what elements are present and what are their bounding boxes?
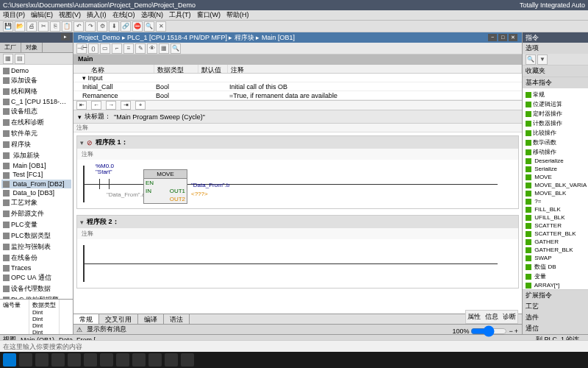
et-zoom-icon[interactable]: 🔍 <box>171 43 181 54</box>
tree-item[interactable]: PLC数据类型 <box>1 230 71 241</box>
rung-1[interactable]: %M0.0 "Start" "Data_From".a MOVE EN INOU… <box>83 166 512 202</box>
menu-project[interactable]: 项目(P) <box>3 10 25 20</box>
tia-icon[interactable] <box>132 353 146 367</box>
instruction-item[interactable]: GATHER <box>524 238 587 246</box>
instruction-item[interactable]: 移动操作 <box>524 147 587 157</box>
et-box-icon[interactable]: ▭ <box>100 43 110 54</box>
out2-operand[interactable]: <???> <box>191 191 208 197</box>
col-default[interactable]: 默认值 <box>198 65 228 73</box>
tab-properties[interactable]: 属性 <box>467 312 481 322</box>
contact-start[interactable]: %M0.0 "Start" <box>99 179 110 191</box>
network-2[interactable]: ▾ 程序段 2： 注释 <box>76 215 519 289</box>
go-offline-icon[interactable]: ⛔ <box>132 21 143 32</box>
cortana-icon[interactable] <box>35 353 49 367</box>
nav-next-icon[interactable]: → <box>106 101 116 110</box>
edge-icon[interactable] <box>84 353 97 367</box>
start-button-icon[interactable] <box>3 353 16 367</box>
app3-icon[interactable] <box>181 353 194 367</box>
basic-instructions-header[interactable]: 基本指令 <box>523 77 588 88</box>
tree-item[interactable]: 添加新块 <box>1 150 71 161</box>
interface-row[interactable]: ▾ Input <box>74 74 522 82</box>
arrow-down-icon[interactable]: ▾ <box>78 113 82 121</box>
et-branch-icon[interactable]: ⌐ <box>112 43 122 54</box>
instruction-item[interactable]: FILL_BLK <box>524 205 587 213</box>
et-coil-icon[interactable]: () <box>88 43 98 54</box>
instruction-item[interactable]: 数值 DB <box>524 262 587 272</box>
instruction-item[interactable]: UFILL_BLK <box>524 213 587 222</box>
menu-insert[interactable]: 插入(I) <box>87 10 107 20</box>
tree-item[interactable]: 程序块 <box>1 139 71 150</box>
network-1-comment[interactable]: 注释 <box>77 149 518 160</box>
instruction-item[interactable]: GATHER_BLK <box>524 246 587 254</box>
store-icon[interactable] <box>100 353 113 367</box>
tree-item[interactable]: 软件单元 <box>1 128 71 139</box>
et-view-icon[interactable]: ▦ <box>159 43 169 54</box>
instruction-item[interactable]: 位逻辑运算 <box>524 99 587 109</box>
instruction-item[interactable]: MOVE_BLK_VARIANT <box>524 181 587 189</box>
search-field[interactable]: 在这里输入你要搜索的内容 <box>0 340 588 352</box>
move-box[interactable]: MOVE EN INOUT1 OUT2 <box>143 169 187 204</box>
taskview-icon[interactable] <box>51 353 65 367</box>
breadcrumb[interactable]: Project_Demo ▸ PLC_1 [CPU 1518-4 PN/DP M… <box>78 33 295 43</box>
block-title-value[interactable]: "Main Program Sweep (Cycle)" <box>114 113 205 121</box>
et-comment-icon[interactable]: ✎ <box>135 43 146 54</box>
instruction-tree[interactable]: 常规位逻辑运算定时器操作计数器操作比较操作数学函数移动操作 Deserializ… <box>523 88 588 290</box>
instruction-item[interactable]: 数学函数 <box>524 138 587 147</box>
et-contact-icon[interactable]: ⊣⊢ <box>76 43 87 54</box>
collapse-icon[interactable]: ▾ <box>80 219 84 226</box>
col-name[interactable]: 名称 <box>88 65 154 73</box>
instruction-item[interactable]: 变量 <box>524 272 587 281</box>
download-icon[interactable]: ⬇ <box>109 21 119 32</box>
tree-item[interactable]: Data_From [DB2] <box>1 180 71 188</box>
menu-help[interactable]: 帮助(H) <box>226 10 249 20</box>
tab-object[interactable]: 对象 <box>21 43 43 52</box>
interface-row[interactable]: RemanenceBool=True, if remanent data are… <box>74 91 522 100</box>
network-1-body[interactable]: %M0.0 "Start" "Data_From".a MOVE EN INOU… <box>77 160 518 208</box>
tree-item[interactable]: 线和网络 <box>1 86 71 97</box>
btab-syntax[interactable]: 语法 <box>164 314 190 324</box>
cut-icon[interactable]: ✂ <box>38 21 49 32</box>
instruction-item[interactable]: SCATTER <box>524 222 587 230</box>
tree-item[interactable]: 工艺对象 <box>1 197 71 208</box>
col-type[interactable]: 数据类型 <box>154 65 198 73</box>
network-2-header[interactable]: ▾ 程序段 2： <box>77 216 518 228</box>
search-icon[interactable]: 🔍 <box>144 21 154 32</box>
tree-item[interactable]: PLC变量 <box>1 219 71 230</box>
nav-first-icon[interactable]: ⇤ <box>76 101 87 110</box>
btab-compile[interactable]: 编译 <box>138 314 164 324</box>
rt-search-icon[interactable]: 🔍 <box>526 54 536 65</box>
doc-close-icon[interactable]: ✕ <box>509 34 517 41</box>
print-icon[interactable]: 🖨 <box>26 21 37 32</box>
instruction-item[interactable]: Deserialize <box>524 157 587 165</box>
app2-icon[interactable] <box>165 353 178 367</box>
favorites-header[interactable]: 收藏夹 <box>523 66 588 77</box>
rt-filter-icon[interactable]: ▼ <box>537 54 548 65</box>
collapse-all-icon[interactable]: ▤ <box>15 54 25 64</box>
filter-dropdown[interactable]: 显示所有消息 <box>87 325 126 334</box>
tree-item[interactable]: 添加设备 <box>1 75 71 86</box>
doc-minimize-icon[interactable]: − <box>488 34 497 41</box>
tree-item[interactable]: OPC UA 通信 <box>1 272 71 283</box>
tab-info[interactable]: 信息 <box>485 312 498 322</box>
menu-options[interactable]: 选项(N) <box>141 10 164 20</box>
optional-header[interactable]: 选件 <box>523 312 588 323</box>
tree-item[interactable]: Main [OB1] <box>1 161 71 170</box>
out1-operand[interactable]: "Data_From".b <box>191 182 229 188</box>
undo-icon[interactable]: ↶ <box>74 21 84 32</box>
interface-row[interactable]: Initial_CallBoolInitial call of this OB <box>74 82 522 91</box>
tree-item[interactable]: 监控与强制表 <box>1 241 71 252</box>
search-taskbar-icon[interactable] <box>19 353 32 367</box>
tree-item[interactable]: 在线备份 <box>1 252 71 263</box>
redo-icon[interactable]: ↷ <box>85 21 96 32</box>
option-section[interactable]: 选项 <box>523 43 588 54</box>
menu-edit[interactable]: 编辑(E) <box>31 10 53 20</box>
interface-grid[interactable]: ▾ Input Initial_CallBoolInitial call of … <box>74 74 522 100</box>
tree-item[interactable]: 外部源文件 <box>1 208 71 219</box>
save-icon[interactable]: 💾 <box>3 21 13 32</box>
tree-item[interactable]: 在线和诊断 <box>1 117 71 128</box>
explorer-icon[interactable] <box>68 353 81 367</box>
tab-diag[interactable]: 诊断 <box>503 312 516 322</box>
nav-last-icon[interactable]: ⇥ <box>121 101 131 110</box>
zoom-value[interactable]: 100% <box>452 328 469 335</box>
copy-icon[interactable]: ⎘ <box>50 21 60 32</box>
